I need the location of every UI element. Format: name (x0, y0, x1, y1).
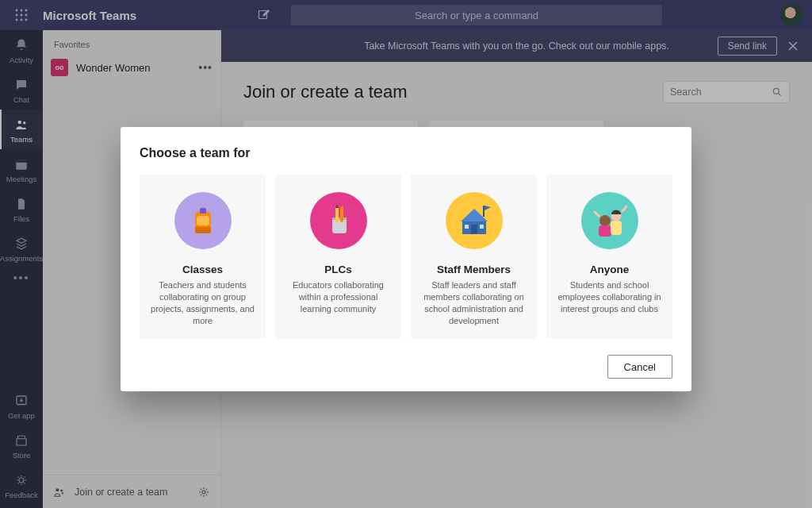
svg-rect-28 (340, 206, 343, 222)
dialog-title: Choose a team for (140, 146, 672, 160)
card-title: Staff Members (437, 264, 511, 275)
card-desc: Teachers and students collaborating on g… (149, 279, 256, 326)
svg-rect-37 (599, 225, 611, 237)
svg-rect-33 (480, 225, 484, 229)
card-desc: Students and school employees collaborat… (556, 279, 663, 315)
dialog-button-row: Cancel (140, 355, 672, 379)
classes-icon (174, 192, 232, 249)
card-desc: Educators collaborating within a profess… (285, 279, 392, 315)
svg-rect-25 (332, 217, 347, 220)
svg-rect-34 (483, 206, 485, 217)
card-title: Classes (182, 264, 223, 275)
plcs-icon (310, 192, 367, 249)
modal-overlay[interactable]: Choose a team for Classes Teachers and s… (0, 0, 812, 508)
svg-rect-26 (335, 208, 339, 222)
svg-rect-32 (465, 225, 469, 229)
svg-rect-31 (471, 225, 477, 234)
svg-rect-22 (200, 208, 206, 214)
anyone-icon (581, 192, 638, 249)
card-title: Anyone (590, 264, 630, 275)
cancel-button[interactable]: Cancel (607, 355, 672, 379)
staff-icon (446, 192, 503, 249)
team-type-card-anyone[interactable]: Anyone Students and school employees col… (546, 175, 672, 339)
svg-point-36 (599, 215, 611, 226)
choose-team-type-dialog: Choose a team for Classes Teachers and s… (121, 127, 691, 391)
card-title: PLCs (324, 264, 352, 275)
svg-marker-35 (485, 206, 491, 210)
team-type-card-staff[interactable]: Staff Members Staff leaders and staff me… (411, 175, 537, 339)
team-type-cards: Classes Teachers and students collaborat… (140, 175, 672, 339)
svg-rect-23 (195, 227, 211, 233)
team-type-card-plcs[interactable]: PLCs Educators collaborating within a pr… (275, 175, 401, 339)
card-desc: Staff leaders and staff members collabor… (420, 279, 527, 326)
svg-rect-39 (611, 221, 622, 235)
svg-marker-27 (335, 204, 339, 208)
svg-rect-21 (197, 216, 209, 225)
team-type-card-classes[interactable]: Classes Teachers and students collaborat… (140, 175, 266, 339)
